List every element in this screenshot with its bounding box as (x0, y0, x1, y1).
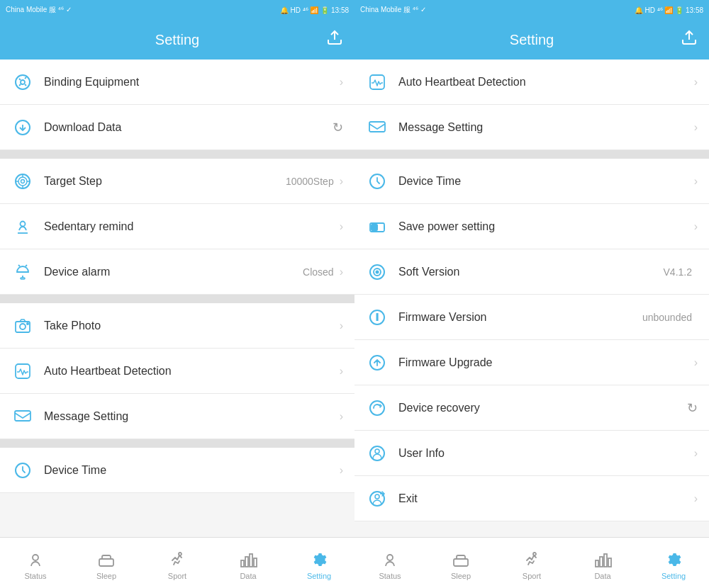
svg-point-2 (16, 75, 30, 89)
right-status-label: Status (379, 572, 401, 580)
left-nav-data[interactable]: Data (213, 538, 284, 588)
left-sleep-label: Sleep (96, 572, 116, 580)
message-setting-item[interactable]: Message Setting › (0, 394, 354, 439)
left-nav-status[interactable]: Status (0, 538, 71, 588)
left-bottom-nav: Status Sleep Sport (0, 537, 354, 588)
data-nav-icon (238, 550, 258, 570)
device-recovery-item[interactable]: Device recovery ↻ (354, 385, 709, 431)
soft-version-item[interactable]: Soft Version V4.1.2 (354, 249, 709, 295)
firmware-upgrade-arrow: › (694, 356, 698, 369)
firmware-version-label: Firmware Version (398, 311, 642, 324)
heartbeat-label: Auto Heartbeat Detection (44, 365, 340, 378)
target-label: Target Step (44, 175, 286, 188)
firmware-version-item[interactable]: i Firmware Version unbounded (354, 295, 709, 340)
right-nav-sleep[interactable]: Sleep (425, 538, 496, 588)
auto-heartbeat-item[interactable]: Auto Heartbeat Detection › (0, 349, 354, 394)
target-value: 10000Step (286, 176, 334, 187)
time-left: 🔔 HD ⁴⁶ 📶 🔋 13:58 (280, 6, 349, 14)
sport-nav-icon-right (522, 550, 542, 570)
sedentary-remind-item[interactable]: Sedentary remind › (0, 204, 354, 249)
right-setting-label: Setting (661, 572, 686, 580)
device-time2-label: Device Time (398, 175, 694, 188)
device-time-arrow: › (340, 464, 343, 477)
device-time2-arrow: › (694, 175, 698, 188)
exit-item[interactable]: Exit › (354, 476, 709, 521)
message-setting2-item[interactable]: Message Setting › (354, 105, 709, 150)
svg-rect-20 (369, 122, 385, 132)
alarm-icon (11, 261, 34, 283)
separator-2 (0, 295, 354, 303)
carrier-right: China Mobile 服 ⁴⁶ ✓ (360, 5, 426, 15)
user-info-item[interactable]: User Info › (354, 431, 709, 476)
svg-point-15 (27, 323, 28, 324)
upload-icon-left[interactable] (326, 29, 343, 50)
left-nav-setting[interactable]: Setting (284, 538, 354, 588)
photo-arrow: › (340, 320, 343, 332)
left-nav-sport[interactable]: Sport (142, 538, 213, 588)
header-title-right: Setting (510, 32, 554, 48)
heartbeat-icon (11, 360, 34, 383)
firmware-upgrade-item[interactable]: Firmware Upgrade › (354, 340, 709, 385)
download-data-item[interactable]: Download Data ↻ (0, 105, 354, 150)
user-info-arrow: › (694, 447, 698, 460)
separator-3 (0, 439, 354, 448)
device-time2-item[interactable]: Device Time › (354, 159, 709, 204)
right-sleep-label: Sleep (451, 572, 471, 580)
message2-arrow: › (694, 121, 698, 134)
right-sport-label: Sport (523, 572, 541, 580)
device-recovery-refresh-icon: ↻ (687, 400, 698, 416)
svg-rect-44 (454, 559, 468, 566)
binding-label: Binding Equipment (44, 76, 340, 89)
soft-version-icon (366, 261, 389, 283)
message-label: Message Setting (44, 410, 340, 423)
setting-nav-icon-left (309, 550, 329, 570)
download-label: Download Data (44, 121, 333, 134)
svg-point-5 (18, 177, 27, 186)
svg-rect-37 (99, 559, 113, 566)
svg-rect-46 (596, 560, 598, 567)
sedentary-label: Sedentary remind (44, 220, 340, 233)
svg-rect-23 (372, 225, 377, 230)
sleep-nav-icon-right (451, 550, 471, 570)
setting-nav-icon-right (664, 550, 683, 570)
binding-equipment-item[interactable]: Binding Equipment › (0, 60, 354, 105)
left-data-label: Data (240, 572, 256, 580)
download-icon (11, 116, 34, 139)
save-power-item[interactable]: Save power setting › (354, 204, 709, 249)
auto-heartbeat2-item[interactable]: Auto Heartbeat Detection › (354, 60, 709, 105)
svg-point-36 (33, 555, 38, 560)
exit-icon (366, 487, 389, 510)
status-nav-icon-right (380, 550, 400, 570)
svg-rect-49 (608, 558, 611, 567)
right-nav-data[interactable]: Data (567, 538, 638, 588)
right-nav-sport[interactable]: Sport (496, 538, 567, 588)
heartbeat2-label: Auto Heartbeat Detection (398, 76, 694, 89)
right-data-label: Data (594, 572, 610, 580)
user-info-label: User Info (398, 447, 694, 460)
right-nav-status[interactable]: Status (354, 538, 425, 588)
time2-icon (366, 170, 389, 193)
sedentary-arrow: › (340, 220, 343, 233)
header-title-left: Setting (155, 32, 199, 48)
device-time-item[interactable]: Device Time › (0, 448, 354, 493)
target-arrow: › (340, 175, 343, 188)
target-step-item[interactable]: Target Step 10000Step › (0, 159, 354, 204)
binding-arrow: › (340, 76, 343, 89)
upload-icon-right[interactable] (681, 29, 698, 50)
header-right: Setting (354, 20, 709, 60)
take-photo-item[interactable]: Take Photo › (0, 303, 354, 349)
header-left: Setting (0, 20, 354, 60)
svg-rect-39 (241, 560, 244, 567)
bottom-nav-row: Status Sleep Sport (0, 537, 709, 588)
svg-rect-17 (15, 411, 30, 421)
left-nav-sleep[interactable]: Sleep (71, 538, 142, 588)
soft-version-value: V4.1.2 (664, 266, 692, 278)
alarm-arrow: › (340, 266, 343, 278)
svg-rect-47 (600, 557, 603, 567)
right-nav-setting[interactable]: Setting (638, 538, 709, 588)
status-bar-left: China Mobile 服 ⁴⁶ ✓ 🔔 HD ⁴⁶ 📶 🔋 13:58 (0, 0, 354, 20)
device-alarm-item[interactable]: Device alarm Closed › (0, 249, 354, 295)
soft-version-label: Soft Version (398, 266, 664, 278)
save-power-label: Save power setting (398, 220, 694, 233)
message-icon (11, 405, 34, 428)
